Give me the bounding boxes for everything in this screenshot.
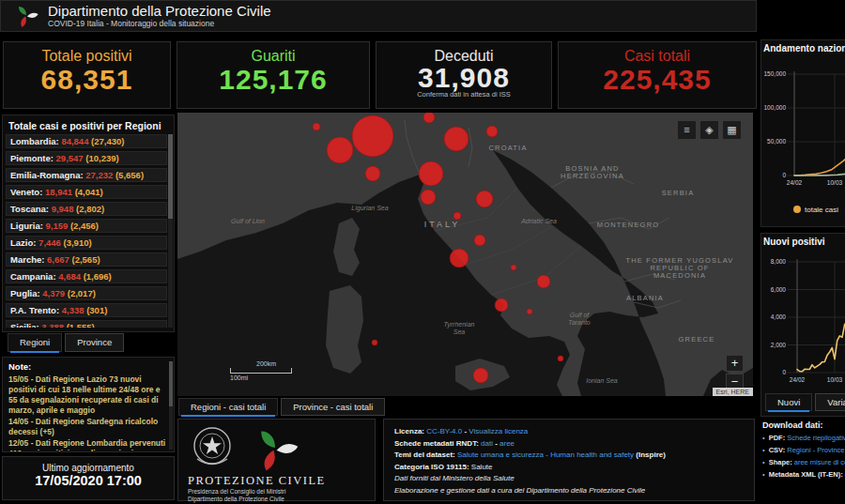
repubblica-italiana-emblem-icon <box>188 425 237 472</box>
region-bubble[interactable] <box>453 212 461 220</box>
y-tick-label: 8,000 <box>761 258 786 265</box>
tab-regioni-casi-totali[interactable]: Regioni - casi totali <box>178 398 278 416</box>
basemap-icon[interactable]: ◈ <box>699 120 719 140</box>
region-row[interactable]: Lombardia: 84,844 (27,430) <box>6 134 167 148</box>
download-item: •Shape: aree misure di contenimento <box>762 458 845 466</box>
region-positive: (2,456) <box>70 221 99 231</box>
region-bubble[interactable] <box>450 249 469 267</box>
license-link[interactable]: CC-BY-4.0 <box>426 427 462 435</box>
card-value: 225,435 <box>559 65 756 95</box>
region-row[interactable]: Puglia: 4,379 (2,017) <box>6 286 167 300</box>
x-tick-label: 24/02 <box>787 179 802 186</box>
country-label: SERBIA <box>662 189 695 197</box>
license-link[interactable]: dati <box>481 439 493 448</box>
card-deceduti: Deceduti 31,908 Conferma dati in attesa … <box>376 41 552 109</box>
region-row[interactable]: Lazio: 7,446 (3,910) <box>6 236 167 250</box>
logo-org-line1: Presidenza del Consiglio dei Ministri <box>188 488 365 496</box>
license-link[interactable]: Salute umana e sicurezza - Human health … <box>457 451 634 459</box>
region-bubble[interactable] <box>423 113 435 123</box>
protezione-civile-logo-icon <box>250 425 300 472</box>
region-row[interactable]: Marche: 6,667 (2,565) <box>6 252 167 267</box>
tab-province[interactable]: Province <box>65 333 124 352</box>
region-bubble[interactable] <box>474 235 485 246</box>
region-row[interactable]: P.A. Trento: 4,338 (301) <box>6 303 167 317</box>
license-link[interactable]: aree <box>499 439 515 448</box>
download-link[interactable]: Regioni - Province - Andamento <box>787 446 845 454</box>
license-link[interactable]: Visualizza licenza <box>469 427 528 435</box>
region-row[interactable]: Sicilia: 3,388 (1,555) <box>6 320 167 328</box>
map-attribution[interactable]: Esri, HERE <box>713 388 753 396</box>
license-panel: Licenza: CC-BY-4.0 - Visualizza licenzaS… <box>383 419 755 501</box>
region-positive: (10,239) <box>85 153 118 163</box>
region-row[interactable]: Liguria: 9,159 (2,456) <box>6 219 167 233</box>
region-name: Emilia-Romagna: <box>10 170 85 180</box>
region-bubble[interactable] <box>527 309 532 314</box>
header-bar: Dipartimento della Protezione Civile COV… <box>0 0 757 32</box>
region-bubble[interactable] <box>372 340 377 345</box>
tab-province-casi-totali[interactable]: Province - casi totali <box>281 398 385 416</box>
notes-scrollbar[interactable] <box>169 361 173 450</box>
region-bubble[interactable] <box>476 191 493 207</box>
region-positive: (1,696) <box>84 271 112 282</box>
download-link[interactable]: Schede riepilogative <box>787 434 845 442</box>
region-bubble[interactable] <box>313 123 320 130</box>
zoom-in-button[interactable]: + <box>726 355 744 372</box>
legend-icon[interactable]: ≡ <box>677 120 697 140</box>
sea-label: Ionian Sea <box>586 377 618 384</box>
region-row[interactable]: Campania: 4,684 (1,696) <box>6 269 167 283</box>
license-text: Schede metadati RNDT: <box>394 439 481 448</box>
region-row[interactable]: Emilia-Romagna: 27,232 (5,656) <box>6 168 167 182</box>
region-bubble[interactable] <box>495 298 508 312</box>
region-bubble[interactable] <box>511 265 516 270</box>
license-line: Elaborazione e gestione dati a cura del … <box>394 485 744 497</box>
card-note: Conferma dati in attesa di ISS <box>376 90 551 99</box>
card-label: Totale positivi <box>4 48 170 65</box>
sea-label: Adriatic Sea <box>520 218 557 224</box>
regions-panel-title: Totale casi e positivi per Regioni <box>3 115 174 134</box>
region-bubble[interactable] <box>444 127 469 151</box>
overview-icon[interactable]: ▦ <box>722 120 742 140</box>
scrollbar-thumb[interactable] <box>169 361 173 406</box>
italy-map[interactable]: CROATIABOSNIA ANDHERZEGOVINASERBIAMONTEN… <box>177 113 753 396</box>
bullet-icon: • <box>762 434 765 442</box>
scale-km: 200km <box>256 360 292 367</box>
sea-label: Gulf of Lion <box>231 218 265 224</box>
bullet-icon: • <box>762 470 765 479</box>
region-bubble[interactable] <box>486 126 498 137</box>
region-positive: (2,017) <box>68 288 96 298</box>
region-row[interactable]: Piemonte: 29,547 (10,239) <box>6 151 167 165</box>
chart-legend[interactable]: totale casi <box>793 206 838 214</box>
region-row[interactable]: Toscana: 9,948 (2,802) <box>6 202 167 216</box>
tab-variazione[interactable]: Variazione <box>815 393 845 411</box>
region-bubble[interactable] <box>365 166 380 181</box>
region-name: Campania: <box>10 271 58 282</box>
region-bubble[interactable] <box>421 190 436 205</box>
region-bubble[interactable] <box>473 368 488 383</box>
download-link[interactable]: aree misure di contenimento <box>794 458 845 466</box>
region-name: Marche: <box>10 254 47 265</box>
region-name: Liguria: <box>10 221 45 231</box>
region-bubble[interactable] <box>537 275 550 288</box>
region-name: P.A. Trento: <box>10 305 62 315</box>
tab-regioni[interactable]: Regioni <box>8 333 62 352</box>
region-total: 27,232 <box>85 170 115 180</box>
license-line: Categoria ISO 19115: Salute <box>394 462 744 474</box>
region-bubble[interactable] <box>419 161 443 186</box>
scrollbar-thumb[interactable] <box>168 134 173 219</box>
region-total: 18,941 <box>45 187 75 197</box>
license-text: Temi del dataset: <box>394 451 457 459</box>
download-title: Download dati: <box>762 420 823 430</box>
region-bubble[interactable] <box>327 137 353 163</box>
regions-tab-bar: Regioni Province <box>8 333 127 352</box>
tab-nuovi[interactable]: Nuovi <box>765 393 812 411</box>
region-name: Puglia: <box>10 288 42 298</box>
region-name: Toscana: <box>10 204 52 214</box>
region-bubble[interactable] <box>558 356 563 361</box>
map-panel[interactable]: CROATIABOSNIA ANDHERZEGOVINASERBIAMONTEN… <box>177 113 753 396</box>
map-scalebar: 200km 100mi <box>230 360 292 381</box>
region-bubble[interactable] <box>352 115 393 157</box>
region-row[interactable]: Veneto: 18,941 (4,041) <box>6 185 167 199</box>
card-value: 68,351 <box>4 65 170 95</box>
andamento-panel: Andamento nazionale 150,000100,00050,000… <box>760 39 845 227</box>
regions-scrollbar[interactable] <box>168 134 173 328</box>
